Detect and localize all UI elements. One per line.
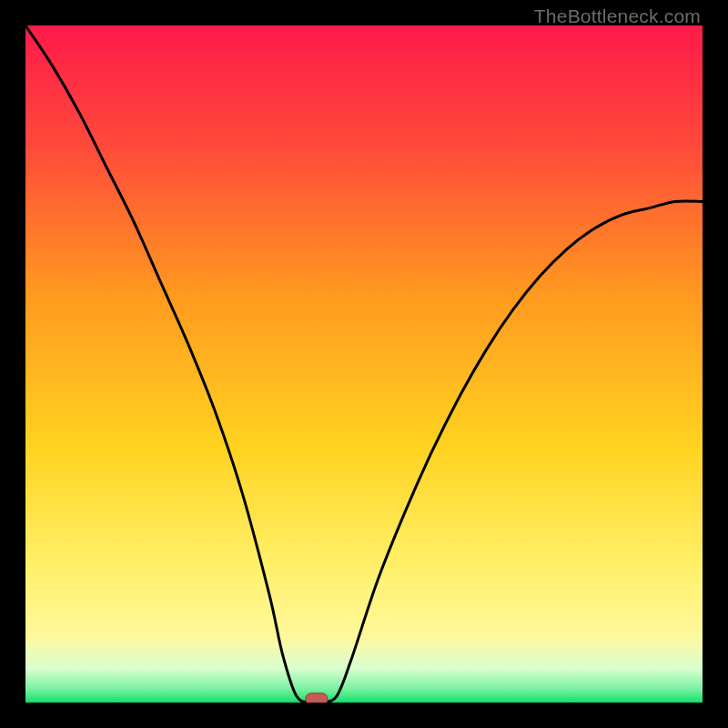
watermark-text: TheBottleneck.com [534,5,701,27]
optimal-marker [306,693,328,703]
plot-area [25,25,703,703]
gradient-background [25,25,703,703]
bottleneck-chart [25,25,703,703]
chart-frame: TheBottleneck.com [0,0,728,728]
